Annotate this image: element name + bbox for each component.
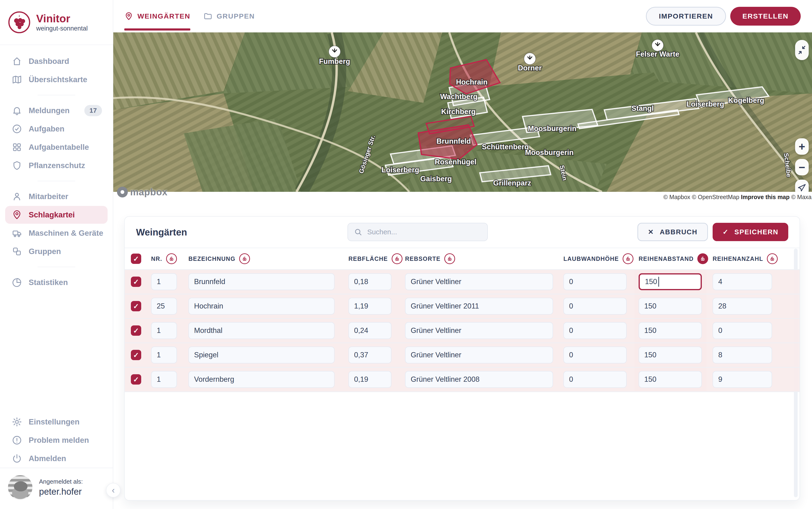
- map-label: Kogelberg: [728, 96, 764, 104]
- map-compass-button[interactable]: [795, 180, 809, 192]
- cancel-button[interactable]: ✕ ABBRUCH: [638, 223, 708, 241]
- save-button[interactable]: ✓ SPEICHERN: [713, 223, 788, 241]
- cell-laubwandhoehe[interactable]: 0: [563, 273, 627, 290]
- row-checkbox[interactable]: ✓: [131, 350, 141, 360]
- row-checkbox[interactable]: ✓: [131, 301, 141, 311]
- select-all-checkbox[interactable]: ✓: [131, 253, 141, 264]
- sidebar-nav: Dashboard Übersichtskarte Meldungen 17 A…: [0, 45, 113, 468]
- map-attribution-strip: mapbox © Mapbox © OpenStreetMap Improve …: [113, 192, 812, 216]
- sidebar-item-gruppen[interactable]: Gruppen: [5, 242, 108, 260]
- sidebar-item-statistiken[interactable]: Statistiken: [5, 273, 108, 291]
- cell-rebflaeche[interactable]: 0,37: [349, 346, 391, 364]
- satellite-map[interactable]: Fumberg Dorner Felser Warte Hochrain Wac…: [113, 32, 812, 192]
- table-row: ✓ 1 Brunnfeld 0,18 Grüner Veltliner 0 15…: [125, 270, 800, 295]
- tab-gruppen[interactable]: GRUPPEN: [203, 0, 255, 32]
- sidebar-item-schlagkartei[interactable]: Schlagkartei: [5, 206, 108, 224]
- map-zoom-in-button[interactable]: +: [795, 138, 809, 155]
- column-label: NR.: [151, 256, 162, 262]
- cell-reihenanzahl[interactable]: 8: [713, 346, 772, 364]
- map-fullscreen-button[interactable]: [795, 40, 809, 60]
- sidebar-item-dashboard[interactable]: Dashboard: [5, 53, 108, 70]
- cell-rebflaeche[interactable]: 1,19: [349, 298, 391, 315]
- unlock-icon[interactable]: [166, 253, 177, 264]
- cell-nr[interactable]: 1: [151, 273, 177, 290]
- cell-laubwandhoehe[interactable]: 0: [563, 298, 627, 315]
- cell-rebflaeche[interactable]: 0,19: [349, 371, 391, 388]
- row-checkbox[interactable]: ✓: [131, 374, 141, 384]
- sidebar-item-abmelden[interactable]: Abmelden: [5, 450, 108, 468]
- unlock-icon[interactable]: [623, 253, 634, 264]
- import-button[interactable]: IMPORTIEREN: [646, 7, 726, 26]
- map-zoom-out-button[interactable]: −: [795, 159, 809, 175]
- check-icon: ✓: [133, 351, 139, 359]
- row-checkbox[interactable]: ✓: [131, 277, 141, 287]
- import-button-label: IMPORTIEREN: [659, 12, 713, 20]
- cell-nr[interactable]: 25: [151, 298, 177, 315]
- column-header-nr: NR.: [151, 248, 177, 269]
- improve-map-link[interactable]: Improve this map: [741, 194, 790, 200]
- signed-in-label: Angemeldet als:: [39, 478, 83, 485]
- lock-icon[interactable]: [697, 253, 708, 264]
- sidebar-item-maschinen[interactable]: Maschinen & Geräte: [5, 224, 108, 242]
- cell-reihenabstand[interactable]: 150: [639, 298, 702, 315]
- sidebar-collapse-button[interactable]: ‹: [106, 483, 121, 498]
- unlock-icon[interactable]: [767, 253, 778, 264]
- sidebar-item-pflanzenschutz[interactable]: Pflanzenschutz: [5, 157, 108, 174]
- cell-reihenanzahl[interactable]: 9: [713, 371, 772, 388]
- cell-reihenabstand[interactable]: 150: [639, 322, 702, 339]
- sidebar-item-aufgabentabelle[interactable]: Aufgabentabelle: [5, 138, 108, 156]
- cell-reihenabstand[interactable]: 150: [639, 371, 702, 388]
- unlock-icon[interactable]: [239, 253, 250, 264]
- map-canvas[interactable]: Fumberg Dorner Felser Warte Hochrain Wac…: [113, 32, 812, 192]
- cell-bezeichnung[interactable]: Hochrain: [188, 298, 334, 315]
- cell-laubwandhoehe[interactable]: 0: [563, 322, 627, 339]
- cell-reihenabstand-focused[interactable]: 150: [639, 273, 702, 290]
- sidebar-item-meldungen[interactable]: Meldungen 17: [5, 102, 108, 120]
- tab-weingaerten[interactable]: WEINGÄRTEN: [124, 0, 190, 32]
- unlock-icon[interactable]: [392, 253, 402, 264]
- cell-rebsorte[interactable]: Grüner Veltliner 2008: [405, 371, 553, 388]
- sidebar-item-einstellungen[interactable]: Einstellungen: [5, 413, 108, 431]
- cell-rebsorte[interactable]: Grüner Veltliner: [405, 273, 553, 290]
- sidebar-item-aufgaben[interactable]: Aufgaben: [5, 120, 108, 138]
- sidebar-item-uebersichtskarte[interactable]: Übersichtskarte: [5, 71, 108, 89]
- row-checkbox[interactable]: ✓: [131, 326, 141, 336]
- panel-header: Weingärten ✕ ABBRUCH ✓ SPEICHERN: [125, 217, 800, 248]
- unlock-icon[interactable]: [444, 253, 455, 264]
- cell-bezeichnung[interactable]: Vordernberg: [188, 371, 334, 388]
- check-circle-icon: [12, 124, 22, 134]
- cell-reihenabstand[interactable]: 150: [639, 346, 702, 364]
- truck-icon: [12, 228, 22, 238]
- search-box[interactable]: [348, 223, 488, 241]
- cell-rebsorte[interactable]: Grüner Veltliner: [405, 346, 553, 364]
- cell-laubwandhoehe[interactable]: 0: [563, 346, 627, 364]
- cell-bezeichnung[interactable]: Spiegel: [188, 346, 334, 364]
- cell-laubwandhoehe[interactable]: 0: [563, 371, 627, 388]
- tenant-name: weingut-sonnental: [36, 25, 88, 32]
- cell-rebsorte[interactable]: Grüner Veltliner: [405, 322, 553, 339]
- search-input[interactable]: [367, 228, 482, 236]
- mapbox-logo[interactable]: mapbox: [117, 186, 167, 198]
- map-attribution-text: © Mapbox © OpenStreetMap Improve this ma…: [663, 194, 812, 201]
- cell-reihenanzahl[interactable]: 4: [713, 273, 772, 290]
- minus-icon: −: [799, 161, 805, 174]
- map-label: Schüttenberg: [482, 143, 529, 151]
- cell-rebflaeche[interactable]: 0,24: [349, 322, 391, 339]
- cell-bezeichnung[interactable]: Brunnfeld: [188, 273, 334, 290]
- cell-rebsorte[interactable]: Grüner Veltliner 2011: [405, 298, 553, 315]
- cell-reihenanzahl[interactable]: 0: [713, 322, 772, 339]
- cell-rebflaeche[interactable]: 0,18: [349, 273, 391, 290]
- sidebar-item-mitarbeiter[interactable]: Mitarbeiter: [5, 188, 108, 205]
- cell-nr[interactable]: 1: [151, 346, 177, 364]
- cell-nr[interactable]: 1: [151, 322, 177, 339]
- column-label: LAUBWANDHÖHE: [563, 256, 619, 262]
- compress-arrows-icon: [798, 45, 806, 56]
- map-label: Kirchberg: [441, 107, 476, 116]
- cell-bezeichnung[interactable]: Mordthal: [188, 322, 334, 339]
- create-button[interactable]: ERSTELLEN: [730, 7, 801, 26]
- cell-reihenanzahl[interactable]: 28: [713, 298, 772, 315]
- squares-icon: [12, 246, 22, 257]
- sidebar-item-label: Pflanzenschutz: [29, 161, 85, 170]
- cell-nr[interactable]: 1: [151, 371, 177, 388]
- sidebar-item-problem-melden[interactable]: Problem melden: [5, 431, 108, 449]
